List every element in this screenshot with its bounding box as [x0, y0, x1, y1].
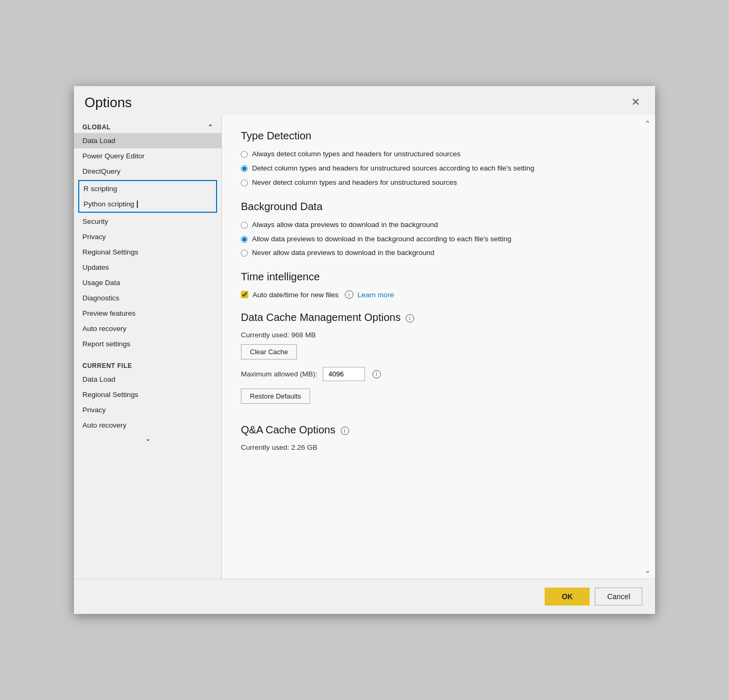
- options-dialog: Options ✕ GLOBAL ⌃ Data Load Power Query…: [74, 86, 655, 614]
- background-data-title: Background Data: [241, 201, 636, 213]
- sidebar-item-usage-data[interactable]: Usage Data: [74, 275, 221, 290]
- type-detection-option-3: Never detect column types and headers fo…: [241, 178, 636, 188]
- type-detection-options: Always detect column types and headers f…: [241, 149, 636, 188]
- sidebar-item-updates[interactable]: Updates: [74, 260, 221, 275]
- sidebar-item-auto-recovery-current[interactable]: Auto recovery: [74, 418, 221, 433]
- qa-cache-section: Q&A Cache Options i Currently used: 2.26…: [241, 424, 636, 451]
- sidebar-item-data-load-current[interactable]: Data Load: [74, 372, 221, 387]
- close-button[interactable]: ✕: [627, 94, 644, 109]
- sidebar-item-data-load-global[interactable]: Data Load: [74, 133, 221, 148]
- sidebar-item-preview-features[interactable]: Preview features: [74, 306, 221, 321]
- auto-datetime-checkbox[interactable]: [241, 291, 248, 298]
- type-detection-section: Type Detection Always detect column type…: [241, 130, 636, 188]
- type-detection-option-2: Detect column types and headers for unst…: [241, 164, 636, 174]
- ok-button[interactable]: OK: [545, 588, 590, 606]
- sidebar-item-directquery[interactable]: DirectQuery: [74, 164, 221, 179]
- bg-data-option-3: Never allow data previews to download in…: [241, 248, 636, 258]
- sidebar-chevron-down-icon: ⌄: [145, 435, 151, 442]
- background-data-section: Background Data Always allow data previe…: [241, 201, 636, 259]
- sidebar-item-python-scripting[interactable]: Python scripting: [79, 196, 216, 212]
- bg-data-label-3: Never allow data previews to download in…: [252, 248, 434, 258]
- qa-cache-title: Q&A Cache Options i: [241, 424, 636, 436]
- cursor-icon: [137, 201, 138, 208]
- type-detection-title: Type Detection: [241, 130, 636, 142]
- scroll-down-button[interactable]: ⌄: [644, 566, 651, 574]
- global-chevron-icon: ⌃: [208, 124, 213, 131]
- bg-data-radio-2[interactable]: [241, 236, 248, 243]
- current-file-section-header: CURRENT FILE: [74, 358, 221, 372]
- sidebar-scroll-down[interactable]: ⌄: [74, 433, 221, 444]
- scroll-up-button[interactable]: ⌃: [644, 119, 651, 128]
- dialog-titlebar: Options ✕: [74, 86, 655, 115]
- sidebar-item-privacy-current[interactable]: Privacy: [74, 402, 221, 418]
- sidebar-item-regional-settings[interactable]: Regional Settings: [74, 244, 221, 260]
- dialog-title: Options: [85, 94, 132, 111]
- qa-cache-info-icon: i: [341, 427, 349, 435]
- max-allowed-row: Maximum allowed (MB): i: [241, 367, 636, 381]
- qa-cache-currently-used: Currently used: 2.26 GB: [241, 443, 636, 451]
- type-detection-option-1: Always detect column types and headers f…: [241, 149, 636, 159]
- sidebar: GLOBAL ⌃ Data Load Power Query Editor Di…: [74, 115, 222, 579]
- cache-currently-used: Currently used: 968 MB: [241, 331, 636, 339]
- dialog-body: GLOBAL ⌃ Data Load Power Query Editor Di…: [74, 115, 655, 579]
- type-detection-label-1: Always detect column types and headers f…: [252, 149, 461, 159]
- learn-more-link[interactable]: Learn more: [358, 291, 394, 299]
- auto-datetime-option: Auto date/time for new files i Learn mor…: [241, 290, 636, 299]
- sidebar-item-regional-settings-current[interactable]: Regional Settings: [74, 387, 221, 402]
- time-intelligence-section: Time intelligence Auto date/time for new…: [241, 271, 636, 299]
- max-allowed-label: Maximum allowed (MB):: [241, 370, 317, 378]
- clear-cache-button[interactable]: Clear Cache: [241, 344, 297, 360]
- dialog-footer: OK Cancel: [74, 579, 655, 614]
- sidebar-item-privacy[interactable]: Privacy: [74, 229, 221, 244]
- sidebar-item-r-scripting[interactable]: R scripting: [79, 181, 216, 196]
- type-detection-radio-1[interactable]: [241, 151, 248, 158]
- sidebar-item-auto-recovery-global[interactable]: Auto recovery: [74, 321, 221, 336]
- auto-datetime-label: Auto date/time for new files: [253, 291, 339, 299]
- max-allowed-input[interactable]: [323, 367, 365, 381]
- sidebar-item-report-settings[interactable]: Report settings: [74, 336, 221, 352]
- sidebar-item-diagnostics[interactable]: Diagnostics: [74, 290, 221, 306]
- data-cache-section: Data Cache Management Options i Currentl…: [241, 311, 636, 411]
- bg-data-option-2: Allow data previews to download in the b…: [241, 234, 636, 244]
- time-intelligence-title: Time intelligence: [241, 271, 636, 283]
- data-cache-title: Data Cache Management Options i: [241, 311, 636, 324]
- sidebar-item-security[interactable]: Security: [74, 214, 221, 229]
- type-detection-radio-3[interactable]: [241, 179, 248, 186]
- type-detection-label-3: Never detect column types and headers fo…: [252, 178, 457, 188]
- bg-data-label-1: Always allow data previews to download i…: [252, 220, 438, 230]
- data-cache-info-icon: i: [406, 314, 414, 323]
- max-allowed-info-icon: i: [372, 370, 381, 379]
- time-intelligence-info-icon: i: [345, 290, 353, 299]
- sidebar-item-power-query-editor[interactable]: Power Query Editor: [74, 148, 221, 164]
- restore-defaults-button[interactable]: Restore Defaults: [241, 389, 310, 404]
- bg-data-radio-1[interactable]: [241, 222, 248, 229]
- type-detection-label-2: Detect column types and headers for unst…: [252, 164, 535, 174]
- bg-data-radio-3[interactable]: [241, 250, 248, 257]
- bg-data-option-1: Always allow data previews to download i…: [241, 220, 636, 230]
- bg-data-label-2: Allow data previews to download in the b…: [252, 234, 511, 244]
- type-detection-radio-2[interactable]: [241, 165, 248, 172]
- cancel-button[interactable]: Cancel: [595, 588, 642, 606]
- main-content: ⌃ Type Detection Always detect column ty…: [222, 115, 655, 579]
- global-section-header: GLOBAL ⌃: [74, 119, 221, 133]
- background-data-options: Always allow data previews to download i…: [241, 220, 636, 259]
